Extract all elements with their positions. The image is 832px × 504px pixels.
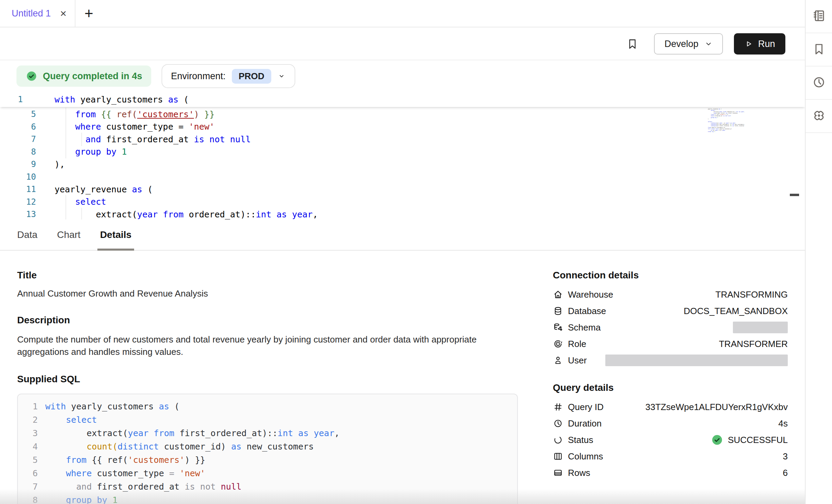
line-number: 6: [0, 122, 36, 132]
plus-icon: +: [84, 5, 93, 22]
description-heading: Description: [17, 315, 519, 326]
copilot-icon: [812, 108, 826, 124]
detail-value: 3: [783, 451, 788, 462]
code-line: 11yearly_revenue as (: [0, 183, 805, 196]
sidebar-button-bookmark[interactable]: [806, 33, 832, 67]
code-line: 1with yearly_customers as (: [0, 92, 805, 107]
details-left-column: Title Annual Customer Growth and Revenue…: [17, 251, 519, 504]
bookmark-icon: [812, 42, 826, 58]
redacted-value: [733, 322, 788, 333]
line-number: 1: [0, 95, 36, 104]
tab-bar: Untitled 1 × +: [0, 0, 805, 27]
develop-dropdown[interactable]: Develop: [654, 33, 723, 55]
sidebar-button-copilot[interactable]: [806, 100, 832, 133]
code-line: 6 where customer_type = 'new': [0, 121, 805, 133]
detail-row-warehouse: WarehouseTRANSFORMING: [553, 286, 788, 303]
status-icon: [553, 435, 563, 445]
code-line: 5 from {{ ref('customers') }}: [18, 453, 517, 467]
detail-label: Role: [568, 339, 586, 349]
new-tab-button[interactable]: +: [75, 0, 102, 27]
code-line: 13 extract(year from ordered_at)::int as…: [0, 208, 805, 219]
run-label: Run: [758, 39, 775, 49]
detail-label: Database: [568, 306, 606, 316]
detail-value: TRANSFORMER: [719, 339, 788, 349]
close-icon[interactable]: ×: [60, 8, 67, 19]
description-text: Compute the number of new customers and …: [17, 333, 511, 358]
line-number: 11: [0, 184, 36, 194]
role-icon: [553, 339, 563, 349]
toolbar: Develop Run: [0, 28, 805, 60]
detail-value: 6: [783, 468, 788, 478]
connection-details-heading: Connection details: [553, 270, 788, 281]
duration-icon: [553, 418, 563, 429]
code-line: 1with yearly_customers as (: [18, 400, 517, 413]
connection-details-rows: WarehouseTRANSFORMINGDatabaseDOCS_TEAM_S…: [553, 286, 788, 369]
query-status-pill: Query completed in 4s: [16, 65, 151, 87]
schema-icon: [553, 322, 563, 333]
app-window: Untitled 1 × + Develop Run Query complet…: [0, 0, 832, 504]
detail-label: Rows: [568, 468, 590, 478]
tab-untitled-1[interactable]: Untitled 1 ×: [0, 0, 75, 27]
detail-row-database: DatabaseDOCS_TEAM_SANDBOX: [553, 303, 788, 319]
supplied-sql-heading: Supplied SQL: [17, 374, 519, 385]
code-line: 12 select: [0, 196, 805, 208]
status-value: SUCCESSFUL: [711, 433, 788, 446]
detail-row-duration: Duration4s: [553, 415, 788, 432]
detail-row-query-id: Query ID33TZseWpe1ALFDUYerxR1gVKxbv: [553, 399, 788, 415]
warehouse-icon: [553, 289, 563, 300]
sidebar-button-notebook[interactable]: [806, 0, 832, 33]
check-circle-icon: [25, 70, 38, 82]
code-line: 8 group by 1: [0, 146, 805, 158]
sql-editor[interactable]: 1with yearly_customers as (5 from {{ ref…: [0, 92, 805, 219]
code-line: 9),: [0, 158, 805, 171]
chevron-down-icon: [277, 72, 286, 80]
line-number: 13: [0, 209, 36, 219]
code-line: 8 group by 1: [18, 493, 517, 504]
line-number: 8: [18, 495, 38, 504]
redacted-value: [605, 355, 788, 366]
results-tab-bar: Data Chart Details: [0, 219, 805, 251]
tab-details[interactable]: Details: [100, 219, 132, 250]
tab-label: Untitled 1: [12, 8, 51, 19]
detail-row-status: StatusSUCCESSFUL: [553, 432, 788, 448]
environment-label: Environment:: [171, 71, 226, 82]
history-icon: [812, 75, 826, 91]
line-number: 6: [18, 468, 38, 478]
code-line: 3 extract(year from first_ordered_at)::i…: [18, 427, 517, 440]
line-number: 5: [18, 455, 38, 465]
detail-value: 33TZseWpe1ALFDUYerxR1gVKxbv: [645, 402, 788, 412]
line-number: 9: [0, 159, 36, 169]
line-number: 8: [0, 147, 36, 157]
code-line: 7 and first_ordered_at is not null: [18, 480, 517, 493]
detail-row-rows: Rows6: [553, 465, 788, 481]
rows-icon: [553, 468, 563, 478]
detail-label: Status: [568, 435, 593, 445]
right-sidebar: [805, 0, 832, 504]
details-panel: Title Annual Customer Growth and Revenue…: [0, 251, 805, 504]
detail-label: Schema: [568, 322, 601, 333]
detail-row-columns: Columns3: [553, 448, 788, 465]
environment-selector[interactable]: Environment: PROD: [162, 64, 295, 88]
line-number: 10: [0, 172, 36, 182]
code-line: 4 count(distinct customer_id) as new_cus…: [18, 440, 517, 453]
tab-chart[interactable]: Chart: [57, 219, 80, 250]
run-button[interactable]: Run: [734, 33, 785, 55]
code-line: 2 select: [18, 413, 517, 427]
status-row: Query completed in 4s Environment: PROD: [0, 60, 805, 92]
tab-data[interactable]: Data: [17, 219, 37, 250]
chevron-down-icon: [704, 40, 713, 48]
query-status-text: Query completed in 4s: [43, 71, 142, 82]
code-line: 6 where customer_type = 'new': [18, 467, 517, 480]
detail-row-user: User: [553, 352, 788, 369]
detail-label: Warehouse: [568, 289, 613, 300]
database-icon: [553, 306, 563, 316]
detail-value: TRANSFORMING: [715, 289, 788, 300]
detail-row-role: RoleTRANSFORMER: [553, 336, 788, 352]
editor-scrollbar-thumb[interactable]: [790, 194, 799, 196]
line-number: 2: [18, 415, 38, 425]
detail-value: DOCS_TEAM_SANDBOX: [684, 306, 788, 316]
line-number: 3: [18, 428, 38, 438]
code-line: 10: [0, 171, 805, 183]
sidebar-button-history[interactable]: [806, 67, 832, 100]
bookmark-button[interactable]: [626, 37, 639, 50]
